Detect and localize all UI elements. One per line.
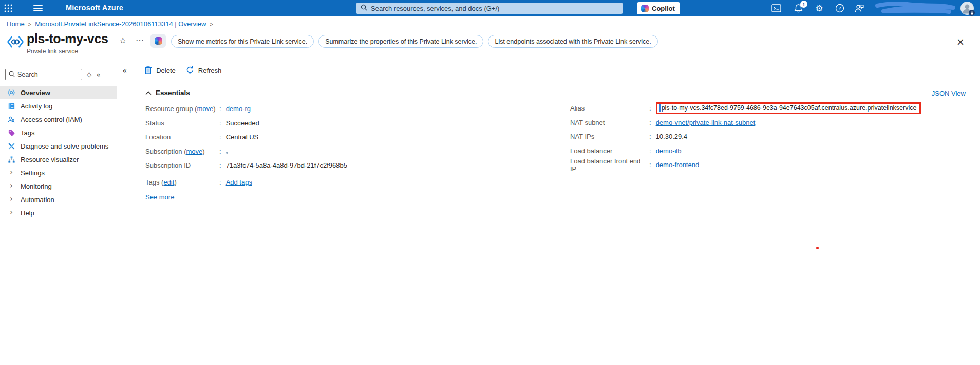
alias-row: Alias : pls-to-my-vcs.34fc78ed-9759-4686…	[570, 101, 921, 116]
portal-title[interactable]: Microsoft Azure	[66, 4, 123, 12]
resource-visualizer-icon	[7, 155, 15, 163]
sidebar-item-tags[interactable]: Tags	[0, 126, 117, 139]
resource-group-link[interactable]: demo-rg	[226, 105, 251, 113]
overview-icon	[7, 88, 15, 97]
copilot-icon	[641, 5, 649, 12]
svg-text:?: ?	[838, 6, 841, 11]
account-avatar[interactable]	[960, 2, 974, 15]
help-icon[interactable]: ?	[834, 3, 845, 13]
feedback-icon[interactable]	[854, 3, 865, 13]
move-link[interactable]: move	[186, 148, 202, 155]
sidebar-search-input[interactable]	[17, 71, 77, 78]
delete-button[interactable]: Delete	[144, 66, 176, 76]
subscription-id-value: 71a3fc74-5a8a-4a8d-97bd-21f7c2f968b5	[226, 161, 347, 169]
breadcrumb: Home > Microsoft.PrivateLinkService-2026…	[0, 16, 980, 31]
hamburger-menu-icon[interactable]	[33, 4, 43, 13]
refresh-button[interactable]: Refresh	[186, 66, 222, 76]
sidebar-item-diagnose[interactable]: Diagnose and solve problems	[0, 139, 117, 153]
top-bar: Microsoft Azure Copilot 1 ⚙ ?	[0, 0, 980, 16]
more-options-icon[interactable]: …	[136, 33, 144, 43]
diagnose-tools-icon	[7, 142, 15, 150]
global-search-input[interactable]	[371, 5, 597, 12]
chip-show-metrics[interactable]: Show me metrics for this Private Link se…	[171, 35, 314, 48]
chevron-right-icon: ›	[7, 169, 15, 177]
sidebar-item-resource-visualizer[interactable]: Resource visualizer	[0, 153, 117, 166]
sidebar-item-automation[interactable]: › Automation	[0, 193, 117, 206]
notification-badge: 1	[800, 1, 807, 8]
private-link-service-icon	[7, 35, 24, 50]
nat-ips-value: 10.30.29.4	[656, 133, 687, 140]
close-icon[interactable]: ×	[956, 37, 965, 47]
command-bar: « Delete Refresh	[117, 58, 980, 84]
chevron-right-icon: ›	[7, 209, 15, 217]
sidebar-sort-icon[interactable]: ◇	[87, 71, 91, 78]
lock-icon	[969, 10, 975, 16]
sidebar-item-activity-log[interactable]: Activity log	[0, 99, 117, 113]
see-more-link[interactable]: See more	[145, 193, 174, 201]
essentials-section: Essentials JSON View Resource group (mov…	[117, 84, 980, 206]
settings-gear-icon[interactable]: ⚙	[814, 3, 825, 13]
essentials-header[interactable]: Essentials	[145, 89, 980, 97]
access-control-icon	[7, 115, 15, 123]
load-balancer-row: Load balancer : demo-ilb	[570, 144, 921, 158]
redacted-account-info	[873, 2, 959, 16]
app-launcher-icon[interactable]	[3, 3, 13, 13]
global-search[interactable]	[356, 3, 623, 14]
divider	[145, 206, 946, 206]
main-content: « Delete Refresh Essentials	[117, 58, 980, 365]
breadcrumb-separator-icon: >	[28, 21, 31, 27]
refresh-icon	[186, 66, 194, 76]
copilot-suggestions-button[interactable]	[150, 34, 166, 48]
sidebar-collapse-icon[interactable]: «	[96, 70, 101, 79]
search-icon	[361, 4, 367, 12]
tags-icon	[7, 129, 15, 137]
resource-sidebar: ◇ « Overview Activity log Access control…	[0, 58, 117, 365]
nat-subnet-row: NAT subnet : demo-vnet/private-link-nat-…	[570, 116, 921, 130]
activity-log-icon	[7, 102, 15, 110]
copilot-suggestion-chips: Show me metrics for this Private Link se…	[171, 35, 658, 48]
breadcrumb-separator-icon: >	[210, 21, 213, 27]
move-link[interactable]: move	[197, 105, 213, 113]
alias-highlight-box: pls-to-my-vcs.34fc78ed-9759-4686-9e3a-94…	[656, 102, 921, 114]
json-view-link[interactable]: JSON View	[932, 89, 966, 97]
page-subtitle: Private link service	[27, 48, 78, 55]
sidebar-search[interactable]	[5, 69, 82, 80]
breadcrumb-home[interactable]: Home	[7, 20, 25, 28]
page-title: pls-to-my-vcs	[27, 31, 108, 46]
chevron-up-icon	[145, 89, 152, 97]
cloud-shell-icon[interactable]	[770, 3, 782, 13]
trash-icon	[144, 66, 152, 76]
breadcrumb-resource[interactable]: Microsoft.PrivateLinkService-20260106113…	[35, 20, 206, 28]
copilot-button[interactable]: Copilot	[637, 2, 680, 14]
text-cursor	[659, 104, 661, 112]
cursor-artifact-dot	[816, 247, 819, 249]
add-tags-link[interactable]: Add tags	[226, 178, 252, 186]
sidebar-item-monitoring[interactable]: › Monitoring	[0, 179, 117, 193]
load-balancer-link[interactable]: demo-ilb	[656, 147, 682, 155]
sidebar-item-access-control[interactable]: Access control (IAM)	[0, 113, 117, 126]
lb-frontend-row: Load balancer front end IP : demo-fronte…	[570, 158, 921, 172]
copilot-icon	[155, 37, 162, 45]
location-value: Central US	[226, 133, 259, 141]
nat-ips-row: NAT IPs : 10.30.29.4	[570, 130, 921, 144]
favorite-star-icon[interactable]: ☆	[119, 35, 126, 45]
chip-list-endpoints[interactable]: List endpoints associated with this Priv…	[488, 35, 657, 48]
nat-subnet-link[interactable]: demo-vnet/private-link-nat-subnet	[656, 119, 756, 126]
search-icon	[9, 71, 15, 79]
sidebar-item-settings[interactable]: › Settings	[0, 166, 117, 179]
sidebar-item-overview[interactable]: Overview	[0, 86, 117, 99]
status-value: Succeeded	[226, 119, 259, 127]
tags-row: Tags (edit) : Add tags	[145, 175, 980, 190]
chip-summarize-properties[interactable]: Summarize the properties of this Private…	[318, 35, 483, 48]
lb-frontend-link[interactable]: demo-frontend	[656, 161, 700, 169]
sidebar-item-help[interactable]: › Help	[0, 206, 117, 220]
essentials-right-column: Alias : pls-to-my-vcs.34fc78ed-9759-4686…	[570, 101, 921, 172]
edit-tags-link[interactable]: edit	[163, 178, 174, 186]
chevron-right-icon: ›	[7, 195, 15, 204]
subscription-value-redacted	[226, 152, 228, 154]
chevron-right-icon: ›	[7, 182, 15, 191]
page-header: pls-to-my-vcs Private link service ☆ … S…	[0, 31, 980, 58]
menu-collapse-icon[interactable]: «	[122, 66, 127, 76]
alias-value: pls-to-my-vcs.34fc78ed-9759-4686-9e3a-94…	[662, 104, 917, 112]
